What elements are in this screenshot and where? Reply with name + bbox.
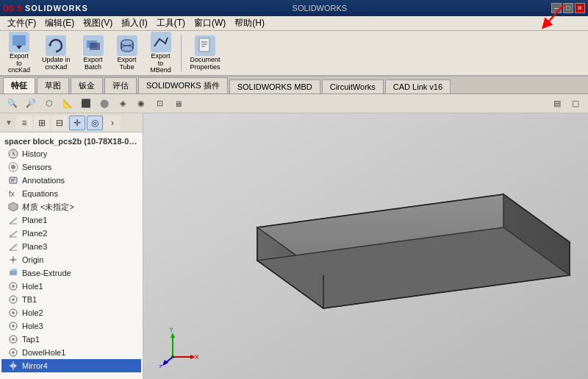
plane3-icon	[7, 241, 19, 252]
dowelhole1-label: DowelHole1	[22, 348, 65, 357]
cmd-icon-8[interactable]: ◉	[133, 96, 149, 111]
svg-point-39	[12, 311, 15, 314]
tree-item-material[interactable]: 材质 <未指定>	[1, 200, 141, 213]
export-mbend-button[interactable]: ExporttoMBend	[145, 31, 177, 77]
tree-item-tb1[interactable]: TB1	[1, 293, 141, 306]
export-batch-icon	[83, 35, 104, 56]
tb1-label: TB1	[22, 295, 37, 304]
tree-item-history[interactable]: History	[1, 147, 141, 160]
expand-button[interactable]: ›	[104, 116, 121, 130]
cmd-icon-9[interactable]: ⊡	[151, 96, 168, 111]
command-toolbar: 🔍 🔎 ⬡ 📐 ⬛ ⬤ ◈ ◉ ⊡ 🖥 ▤ ▢	[0, 94, 588, 113]
panel-toggle-1[interactable]: ▤	[549, 96, 565, 111]
crosshair-button[interactable]: ✛	[69, 116, 85, 130]
tree-root-label: spacer block_pcs2b (10-78X18-0X3	[1, 135, 141, 147]
plane3-label: Plane3	[22, 242, 47, 251]
menu-tools[interactable]: 工具(T)	[152, 15, 190, 31]
svg-point-10	[121, 46, 133, 52]
tab-sw-mbd[interactable]: SOLIDWORKS MBD	[229, 79, 320, 93]
svg-point-70	[171, 355, 174, 358]
tab-sw-plugins[interactable]: SOLIDWORKS 插件	[138, 77, 228, 93]
menu-window[interactable]: 窗口(W)	[190, 15, 230, 31]
export-mbend-label: ExporttoMBend	[150, 53, 171, 75]
document-properties-button[interactable]: DocumentProperties	[185, 33, 226, 74]
tab-evaluate[interactable]: 评估	[104, 77, 137, 93]
menu-insert[interactable]: 插入(I)	[117, 15, 151, 31]
update-cnckad-label: Update incncKad	[42, 57, 71, 71]
panel-toggle-2[interactable]: ▢	[567, 96, 584, 111]
export-tube-button[interactable]: ExportTube	[111, 33, 143, 74]
left-panel: ▼ ≡ ⊞ ⊟ ✛ ◎ › spacer block_pcs2b (10-78X…	[0, 113, 143, 379]
origin-label: Origin	[22, 255, 43, 264]
base-extrude-label: Base-Extrude	[22, 269, 71, 277]
annotations-label: Annotations	[22, 176, 65, 185]
svg-point-45	[12, 351, 15, 354]
history-label: History	[22, 149, 47, 158]
tab-sheetmetal[interactable]: 钣金	[71, 77, 103, 93]
minimize-button[interactable]: ─	[551, 3, 562, 13]
cmd-icon-4[interactable]: 📐	[60, 96, 76, 111]
dowelhole1-icon	[7, 347, 19, 358]
svg-text:fx: fx	[9, 190, 15, 198]
collapse-button[interactable]: ⊟	[51, 116, 68, 130]
tree-item-sensors[interactable]: Sensors	[1, 160, 141, 174]
tree-item-annotations[interactable]: Annotations	[1, 174, 141, 187]
tree-item-tap1[interactable]: Tap1	[1, 333, 141, 346]
3d-viewport[interactable]: Y X Z	[143, 113, 588, 379]
close-button[interactable]: ✕	[575, 3, 585, 13]
tree-item-hole1[interactable]: Hole1	[1, 280, 141, 293]
plane1-icon	[7, 214, 19, 226]
search2-button[interactable]: 🔎	[23, 96, 39, 111]
menu-view[interactable]: 视图(V)	[79, 15, 117, 31]
menu-bar: 文件(F) 编辑(E) 视图(V) 插入(I) 工具(T) 窗口(W) 帮助(H…	[0, 16, 588, 31]
svg-point-31	[12, 258, 15, 261]
export-batch-button[interactable]: ExportBatch	[77, 33, 110, 74]
logo-solidworks-icon: S	[17, 4, 22, 13]
menu-file[interactable]: 文件(F)	[3, 15, 40, 31]
menu-help[interactable]: 帮助(H)	[230, 15, 269, 31]
update-cnckad-button[interactable]: Update incncKad	[37, 33, 76, 74]
tab-features[interactable]: 特征	[3, 77, 35, 93]
tree-item-base-extrude[interactable]: Base-Extrude	[1, 266, 141, 280]
svg-marker-33	[10, 269, 17, 271]
main-toolbar: ExporttocncKad Update incncKad ExportBat…	[0, 31, 588, 77]
window-controls: ─ □ ✕	[551, 3, 585, 13]
tab-sketch[interactable]: 草图	[37, 77, 69, 93]
hole3-icon	[7, 320, 19, 332]
tree-item-plane2[interactable]: Plane2	[1, 227, 141, 240]
equations-icon: fx	[7, 188, 19, 199]
tree-item-equations[interactable]: fx Equations	[1, 187, 141, 200]
cmd-icon-5[interactable]: ⬛	[78, 96, 94, 111]
search-button[interactable]: 🔍	[4, 96, 21, 111]
tree-item-mirror4[interactable]: Mirror4	[1, 359, 141, 372]
circle-view-button[interactable]: ◎	[87, 116, 103, 130]
cmd-icon-3[interactable]: ⬡	[41, 96, 57, 111]
axis-indicator: Y X Z	[158, 327, 195, 364]
cmd-icon-6[interactable]: ⬤	[96, 96, 112, 111]
tree-item-hole2[interactable]: Hole2	[1, 306, 141, 319]
grid-view-button[interactable]: ⊞	[34, 116, 50, 130]
filter-icon: ▼	[3, 117, 15, 129]
list-view-button[interactable]: ≡	[16, 116, 32, 130]
tree-item-dowelhole1[interactable]: DowelHole1	[1, 346, 141, 359]
maximize-button[interactable]: □	[563, 3, 573, 13]
cmd-icon-10[interactable]: 🖥	[170, 96, 186, 111]
tree-item-plane1[interactable]: Plane1	[1, 213, 141, 227]
export-tube-icon	[117, 35, 137, 56]
origin-icon	[7, 254, 19, 266]
document-properties-icon	[195, 35, 215, 56]
svg-rect-11	[199, 38, 209, 52]
export-cnckad-button[interactable]: ExporttocncKad	[3, 31, 35, 77]
export-cnckad-label: ExporttocncKad	[8, 53, 30, 75]
tree-item-origin[interactable]: Origin	[1, 253, 141, 266]
tab-bar: 特征 草图 钣金 评估 SOLIDWORKS 插件 SOLIDWORKS MBD…	[0, 77, 588, 94]
menu-edit[interactable]: 编辑(E)	[40, 15, 79, 31]
cmd-icon-7[interactable]: ◈	[115, 96, 131, 111]
tree-item-hole3[interactable]: Hole3	[1, 319, 141, 333]
svg-text:Y: Y	[169, 327, 173, 333]
tab-cadlink[interactable]: CAD Link v16	[385, 79, 451, 93]
svg-point-41	[12, 325, 15, 327]
tree-item-plane3[interactable]: Plane3	[1, 240, 141, 253]
svg-line-27	[10, 244, 17, 250]
tab-circuitworks[interactable]: CircuitWorks	[322, 79, 384, 93]
